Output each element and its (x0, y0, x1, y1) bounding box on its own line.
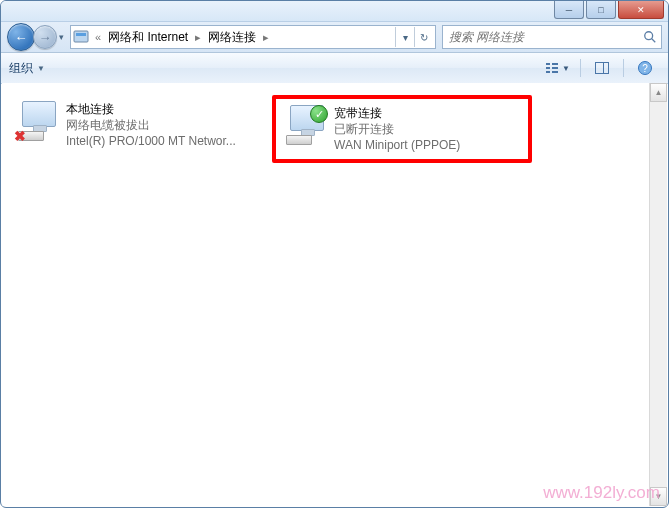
search-box[interactable] (442, 25, 662, 49)
view-icon (544, 60, 560, 76)
title-bar: ─ □ ✕ (1, 1, 668, 22)
svg-rect-1 (76, 33, 86, 36)
scroll-track[interactable] (650, 102, 667, 487)
explorer-window: ─ □ ✕ ← → ▾ « 网络和 Int (0, 0, 669, 508)
breadcrumb-segment[interactable]: 网络和 Internet (107, 29, 189, 46)
back-arrow-icon: ← (15, 30, 28, 45)
control-panel-icon (73, 29, 89, 45)
svg-rect-10 (596, 63, 609, 74)
svg-point-2 (645, 32, 653, 40)
connection-device: Intel(R) PRO/1000 MT Networ... (66, 133, 236, 149)
breadcrumb-sep-icon[interactable]: ▸ (261, 31, 271, 44)
svg-rect-0 (74, 31, 88, 42)
connection-text: 本地连接 网络电缆被拔出 Intel(R) PRO/1000 MT Networ… (66, 101, 236, 149)
organize-label: 组织 (9, 60, 33, 77)
toolbar-separator (580, 59, 581, 77)
preview-pane-icon (594, 60, 610, 76)
preview-pane-button[interactable] (587, 56, 617, 80)
connection-item[interactable]: ✖ 本地连接 网络电缆被拔出 Intel(R) PRO/1000 MT Netw… (8, 95, 268, 163)
breadcrumb-sep-icon[interactable]: ▸ (193, 31, 203, 44)
toolbar-right: ▼ ? (540, 56, 660, 80)
minimize-button[interactable]: ─ (554, 1, 584, 19)
help-icon: ? (637, 60, 653, 76)
breadcrumb[interactable]: « 网络和 Internet ▸ 网络连接 ▸ ▾ ↻ (70, 25, 436, 49)
modem-icon (286, 135, 312, 145)
monitor-icon (22, 101, 56, 127)
breadcrumb-sep: « (93, 31, 103, 43)
back-button[interactable]: ← (7, 23, 35, 51)
search-input[interactable] (447, 29, 639, 45)
refresh-button[interactable]: ↻ (414, 27, 433, 47)
address-dropdown-button[interactable]: ▾ (395, 27, 414, 47)
svg-text:?: ? (642, 63, 648, 74)
scroll-down-button[interactable]: ▼ (650, 487, 667, 506)
svg-line-3 (652, 39, 656, 43)
connection-status: 已断开连接 (334, 121, 460, 137)
connection-icon: ✖ (16, 101, 60, 141)
nav-buttons: ← → ▾ (7, 23, 64, 51)
svg-rect-5 (552, 63, 558, 65)
help-button[interactable]: ? (630, 56, 660, 80)
connection-status: 网络电缆被拔出 (66, 117, 236, 133)
connection-text: 宽带连接 已断开连接 WAN Miniport (PPPOE) (334, 105, 460, 153)
forward-arrow-icon: → (39, 30, 52, 45)
address-tail: ▾ ↻ (395, 27, 433, 47)
svg-rect-4 (546, 63, 550, 65)
maximize-button[interactable]: □ (586, 1, 616, 19)
chevron-down-icon: ▼ (562, 64, 570, 73)
close-button[interactable]: ✕ (618, 1, 664, 19)
connection-device: WAN Miniport (PPPOE) (334, 137, 460, 153)
maximize-icon: □ (598, 5, 603, 15)
organize-button[interactable]: 组织 ▼ (9, 60, 45, 77)
chevron-down-icon: ▾ (403, 32, 408, 43)
chevron-down-icon: ▼ (655, 492, 663, 501)
history-dropdown-icon[interactable]: ▾ (59, 32, 64, 42)
chevron-down-icon: ▼ (37, 64, 45, 73)
svg-rect-7 (552, 67, 558, 69)
forward-button[interactable]: → (33, 25, 57, 49)
ok-overlay-icon: ✓ (310, 105, 328, 123)
connection-name: 宽带连接 (334, 105, 460, 121)
content-area[interactable]: ✖ 本地连接 网络电缆被拔出 Intel(R) PRO/1000 MT Netw… (2, 83, 650, 506)
chevron-up-icon: ▲ (655, 88, 663, 97)
scroll-up-button[interactable]: ▲ (650, 83, 667, 102)
svg-rect-9 (552, 71, 558, 73)
svg-rect-8 (546, 71, 550, 73)
minimize-icon: ─ (566, 5, 572, 15)
address-bar: ← → ▾ « 网络和 Internet ▸ 网络连接 ▸ ▾ (1, 22, 668, 53)
toolbar: 组织 ▼ ▼ (1, 53, 668, 84)
refresh-icon: ↻ (420, 32, 428, 43)
vertical-scrollbar[interactable]: ▲ ▼ (649, 83, 667, 506)
close-icon: ✕ (637, 5, 645, 15)
connection-item-highlighted[interactable]: ✓ 宽带连接 已断开连接 WAN Miniport (PPPOE) (272, 95, 532, 163)
error-overlay-icon: ✖ (14, 129, 28, 143)
toolbar-separator (623, 59, 624, 77)
svg-rect-6 (546, 67, 550, 69)
search-icon[interactable] (643, 30, 657, 44)
breadcrumb-segment[interactable]: 网络连接 (207, 29, 257, 46)
connection-icon: ✓ (284, 105, 328, 145)
connection-name: 本地连接 (66, 101, 236, 117)
view-button[interactable]: ▼ (540, 56, 574, 80)
